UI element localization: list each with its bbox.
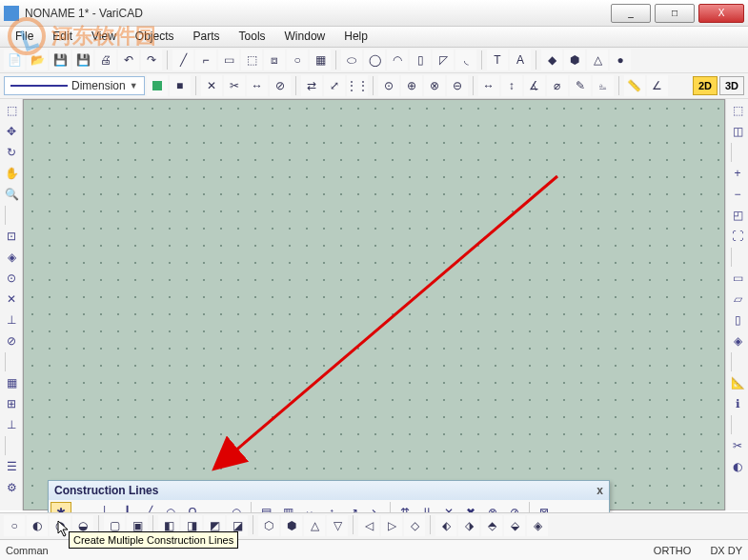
extend-icon[interactable]: ↔: [247, 75, 268, 96]
perp-icon[interactable]: ⊥: [2, 310, 21, 330]
endp-icon[interactable]: ⊡: [2, 227, 21, 246]
menu-parts[interactable]: Parts: [184, 27, 230, 47]
cone-icon[interactable]: △: [587, 50, 608, 70]
measu-icon[interactable]: 📐: [728, 373, 747, 392]
s2-icon[interactable]: ◐: [27, 515, 48, 536]
s1-icon[interactable]: ○: [4, 515, 25, 536]
break-icon[interactable]: ⊘: [270, 75, 291, 96]
rect-icon[interactable]: ▭: [218, 50, 239, 70]
cyl-icon[interactable]: ⬢: [564, 50, 585, 70]
linestyle-dropdown[interactable]: Dimension ▼: [4, 76, 145, 95]
move-icon[interactable]: ✥: [2, 122, 21, 141]
dim4-icon[interactable]: ⌀: [547, 75, 568, 96]
snap4-icon[interactable]: ⊖: [447, 75, 468, 96]
maximize-button[interactable]: □: [655, 4, 695, 23]
dim2-icon[interactable]: ↕: [501, 75, 522, 96]
menu-edit[interactable]: Edit: [43, 27, 82, 47]
open-icon[interactable]: 📂: [27, 50, 48, 70]
int-icon[interactable]: ✕: [2, 290, 21, 309]
floatbar-title-bar[interactable]: Construction Lines x: [49, 481, 609, 500]
offset-icon[interactable]: ⧈: [264, 50, 285, 70]
trim-icon[interactable]: ✂: [224, 75, 245, 96]
polyline-icon[interactable]: ⌐: [195, 50, 216, 70]
circ-icon[interactable]: ○: [287, 50, 308, 70]
arc-icon[interactable]: ◠: [387, 50, 408, 70]
s11-icon[interactable]: ⬡: [258, 515, 279, 536]
menu-tools[interactable]: Tools: [230, 27, 275, 47]
s20-icon[interactable]: ⬘: [481, 515, 502, 536]
s22-icon[interactable]: ◈: [527, 515, 548, 536]
top-icon[interactable]: ▱: [728, 290, 747, 309]
delete-icon[interactable]: ✕: [201, 75, 222, 96]
menu-view[interactable]: View: [82, 27, 126, 47]
ruler-icon[interactable]: 📏: [624, 75, 645, 96]
array-icon[interactable]: ⋮⋮: [347, 75, 368, 96]
status-ortho[interactable]: ORTHO: [654, 545, 692, 556]
zwin-icon[interactable]: ◰: [728, 206, 747, 225]
saveall-icon[interactable]: 💾: [72, 50, 93, 70]
drawing-canvas[interactable]: [23, 99, 725, 510]
view1-icon[interactable]: ⬚: [728, 101, 747, 120]
view-2d-button[interactable]: 2D: [693, 76, 718, 95]
s15-icon[interactable]: ◁: [358, 515, 379, 536]
snap1-icon[interactable]: ⊙: [378, 75, 399, 96]
info-icon[interactable]: ℹ: [728, 394, 747, 413]
close-button[interactable]: X: [698, 4, 744, 23]
s17-icon[interactable]: ◇: [404, 515, 425, 536]
iso-icon[interactable]: ◈: [728, 331, 747, 350]
side-icon[interactable]: ▯: [728, 310, 747, 330]
s12-icon[interactable]: ⬢: [281, 515, 302, 536]
mirror-icon[interactable]: ⇄: [301, 75, 322, 96]
minimize-button[interactable]: _: [611, 4, 651, 23]
layer-icon[interactable]: ☰: [2, 457, 21, 476]
sel-icon[interactable]: ⬚: [2, 101, 21, 120]
grid-icon[interactable]: ▦: [2, 373, 21, 392]
menu-objects[interactable]: Objects: [126, 27, 184, 47]
clip-icon[interactable]: ◐: [728, 457, 747, 476]
s16-icon[interactable]: ▷: [381, 515, 402, 536]
view2-icon[interactable]: ◫: [728, 122, 747, 141]
snap2-icon[interactable]: ⊕: [401, 75, 422, 96]
fillet-icon[interactable]: ◟: [455, 50, 476, 70]
prop-icon[interactable]: ⚙: [2, 478, 21, 497]
scale-icon[interactable]: ⤢: [324, 75, 345, 96]
front-icon[interactable]: ▭: [728, 269, 747, 288]
menu-help[interactable]: Help: [334, 27, 377, 47]
ortho-icon[interactable]: ⊥: [2, 415, 21, 434]
new-icon[interactable]: 📄: [4, 50, 25, 70]
label-icon[interactable]: ⎁: [593, 75, 614, 96]
solid-icon[interactable]: ◆: [541, 50, 562, 70]
dim1-icon[interactable]: ↔: [478, 75, 499, 96]
ellipse-icon[interactable]: ⬭: [341, 50, 362, 70]
menu-window[interactable]: Window: [275, 27, 335, 47]
s14-icon[interactable]: ▽: [327, 515, 348, 536]
angle-icon[interactable]: ∠: [647, 75, 668, 96]
color-square-icon[interactable]: [147, 75, 168, 96]
rectangle-icon[interactable]: ▯: [410, 50, 431, 70]
s19-icon[interactable]: ⬗: [458, 515, 479, 536]
zall-icon[interactable]: ⛶: [728, 227, 747, 246]
chamfer-icon[interactable]: ◸: [433, 50, 454, 70]
line-icon[interactable]: ╱: [172, 50, 193, 70]
cut-icon[interactable]: ✂: [728, 436, 747, 455]
isocirc-icon[interactable]: ◯: [364, 50, 385, 70]
zoom-icon[interactable]: 🔍: [2, 185, 21, 204]
s18-icon[interactable]: ⬖: [435, 515, 456, 536]
s13-icon[interactable]: △: [304, 515, 325, 536]
snap3-icon[interactable]: ⊗: [424, 75, 445, 96]
pan-icon[interactable]: ✋: [2, 164, 21, 183]
view-3d-button[interactable]: 3D: [719, 76, 744, 95]
save-icon[interactable]: 💾: [50, 50, 71, 70]
box-icon[interactable]: ⬚: [241, 50, 262, 70]
tan-icon[interactable]: ⊘: [2, 331, 21, 350]
cen-icon[interactable]: ⊙: [2, 269, 21, 288]
sq-icon[interactable]: ■: [170, 75, 191, 96]
redo-icon[interactable]: ↷: [141, 50, 162, 70]
s21-icon[interactable]: ⬙: [504, 515, 525, 536]
dim3-icon[interactable]: ∡: [524, 75, 545, 96]
note-icon[interactable]: ✎: [570, 75, 591, 96]
status-dxdy[interactable]: DX DY: [710, 545, 742, 556]
mid-icon[interactable]: ◈: [2, 248, 21, 267]
hatch-icon[interactable]: ▦: [310, 50, 331, 70]
zin-icon[interactable]: +: [728, 164, 747, 183]
